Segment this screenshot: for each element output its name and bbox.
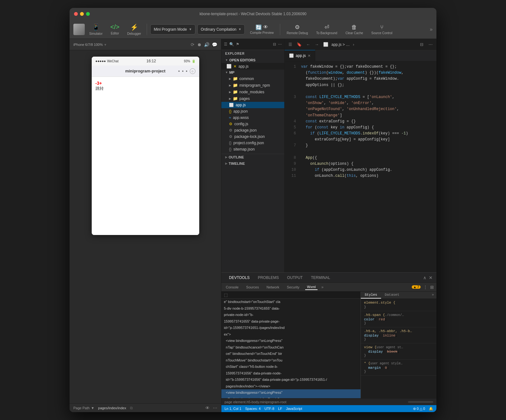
ellipsis-icon[interactable]: ⋯ <box>278 42 282 46</box>
style-rule-selector-4: * {user agent style… <box>364 361 433 365</box>
rotate-icon[interactable]: ⟳ <box>191 42 194 47</box>
to-background-button[interactable]: ⏎ To Background <box>313 22 341 36</box>
phone-link[interactable]: 跳转 <box>96 86 195 91</box>
user-avatar[interactable] <box>73 24 85 35</box>
console-line-13: pages/index/index">-</view> <box>221 383 361 390</box>
clear-cache-icon: 🗑 <box>351 24 357 31</box>
folder-node-modules[interactable]: ▶ 📁 node_modules <box>221 89 284 95</box>
minimize-button[interactable] <box>80 12 84 16</box>
page-path-label: Page Path <box>73 406 89 410</box>
device-icons: ⟳ ⏺ 🔊 💬 <box>191 42 217 47</box>
devtools-settings-icon[interactable]: ⊞ <box>430 285 434 290</box>
eye-icon: 👁 <box>263 24 268 30</box>
record-icon[interactable]: ⏺ <box>197 42 201 47</box>
tab-output[interactable]: OUTPUT <box>283 274 306 281</box>
page-path-item[interactable]: Page Path ▼ <box>73 406 94 410</box>
editor-more-icon[interactable]: ⋯ <box>427 41 434 47</box>
tab-terminal[interactable]: TERMINAL <box>307 274 334 281</box>
tab-devtools[interactable]: DEVTOOLS <box>225 274 253 281</box>
window-title: kbone-template-preact - WeChat Devtools … <box>200 12 306 16</box>
compilation-dropdown[interactable]: Ordinary Compilation ▼ <box>197 24 245 34</box>
debugger-button[interactable]: ⚡ Debugger <box>125 22 144 37</box>
simulator-button[interactable]: 📱 Simulator <box>87 22 105 37</box>
maximize-button[interactable] <box>86 12 90 16</box>
sub-tab-sources[interactable]: Sources <box>244 285 261 290</box>
tab-problems[interactable]: PROBLEMS <box>254 274 283 281</box>
zoom-arrow[interactable]: ▼ <box>104 43 107 46</box>
breadcrumb-arrow: › <box>352 41 355 47</box>
styles-tab-dataset[interactable]: Dataset <box>381 292 403 299</box>
refresh-icon: 🔄 <box>256 24 262 30</box>
eye-status-icon[interactable]: 👁 <box>205 405 210 411</box>
file-app-wxss[interactable]: ≈ app.wxss <box>221 114 284 121</box>
file-app-json[interactable]: {} app.json <box>221 108 284 114</box>
file-js-breadcrumb-icon: ⬜ <box>322 41 330 47</box>
scrollbar-thumb[interactable] <box>408 401 433 403</box>
phone-counter[interactable]: -3+ <box>96 81 195 86</box>
editor-button[interactable]: </> Editor <box>107 22 123 36</box>
split-icon[interactable]: ⊟ <box>273 42 276 46</box>
toolbar-spacer: » <box>430 27 433 32</box>
status-encoding: UTF-8 <box>264 407 274 411</box>
file-config-js[interactable]: ⚙ config.js <box>221 121 284 127</box>
editor-top-toolbar: ☰ 🔖 ← → ⬜ app.js > … › ⊟ ⋯ <box>285 39 436 50</box>
console-line-12: id="b-1599573741656" data-private-page-i… <box>221 376 361 383</box>
open-editors-section[interactable]: ▼ OPEN EDITORS <box>221 57 284 63</box>
page-path-arrow: ▼ <box>91 406 94 410</box>
sub-tab-security[interactable]: Security <box>285 285 301 290</box>
devtools-menu-icon[interactable]: ⋮ <box>423 285 428 290</box>
file-project-config-json[interactable]: {} project.config.json <box>221 140 284 146</box>
window-controls <box>74 12 90 16</box>
styles-more-button[interactable]: » <box>429 292 436 299</box>
compile-preview-button[interactable]: 🔄 👁 Compile Preview <box>247 23 277 36</box>
forward-icon[interactable]: → <box>313 41 320 47</box>
copy-icon[interactable]: ⧉ <box>130 406 133 410</box>
volume-icon[interactable]: 🔊 <box>204 42 209 47</box>
app-js-file-icon: ⬜ <box>229 103 234 107</box>
close-button[interactable] <box>74 12 78 16</box>
remote-debug-button[interactable]: ⚙ Remote Debug <box>283 22 311 36</box>
compile-preview-icons: 🔄 👁 <box>256 24 268 30</box>
back-icon[interactable]: ← <box>305 41 312 47</box>
source-control-button[interactable]: ⑂ Source Control <box>368 23 396 36</box>
devtools-collapse-icon[interactable]: ∧ <box>423 275 426 280</box>
hamburger-icon[interactable]: ☰ <box>287 41 293 47</box>
code-content[interactable]: var fakeWindow = {};var fakeDocument = {… <box>297 61 436 272</box>
chat-icon[interactable]: 💬 <box>212 42 217 47</box>
file-package-lock-json[interactable]: ⚙ package-lock.json <box>221 133 284 140</box>
file-app-js[interactable]: ⬜ app.js <box>221 102 284 108</box>
style-rule-selector-0: element.style { <box>364 301 433 305</box>
tab-app-js[interactable]: ⬜ app.js ✕ <box>285 50 315 61</box>
split-editor-icon[interactable]: ⊟ <box>419 41 425 47</box>
styles-tab-styles[interactable]: Styles <box>361 292 381 299</box>
devtools-footer-text: page element.h5-body.miniprogram-root <box>225 400 286 404</box>
search-icon[interactable]: 🔍 <box>229 42 234 46</box>
folder-common[interactable]: ▶ 📁 common <box>221 75 284 82</box>
tab-close-button[interactable]: ✕ <box>308 54 311 58</box>
filter-icon[interactable]: ⚑ <box>236 42 239 46</box>
outline-section[interactable]: ▶ OUTLINE <box>221 154 284 160</box>
more-status-icon[interactable]: ⋯ <box>213 405 217 411</box>
devtools-close-icon[interactable]: ✕ <box>429 275 433 280</box>
bell-icon[interactable]: 🔔 <box>429 407 433 411</box>
bookmark-icon[interactable]: 🔖 <box>295 41 303 47</box>
package-json-icon: ⚙ <box>229 128 232 133</box>
clear-cache-button[interactable]: 🗑 Clear Cache <box>342 23 366 36</box>
timeline-section[interactable]: ▶ TIMELINE <box>221 160 284 167</box>
more-button[interactable]: » <box>430 27 433 32</box>
list-icon[interactable]: ☰ <box>224 42 227 46</box>
sub-tab-more[interactable]: » <box>321 285 324 289</box>
folder-pages[interactable]: ▶ 📁 pages <box>221 95 284 102</box>
file-sitemap-json[interactable]: {} sitemap.json <box>221 146 284 152</box>
mp-section[interactable]: ▼ MP <box>221 70 284 75</box>
inspect-icon[interactable]: ⬚ <box>224 293 228 297</box>
mode-dropdown[interactable]: Mini Program Mode ▼ <box>150 24 195 34</box>
sub-tab-console[interactable]: Console <box>224 285 240 290</box>
file-package-json[interactable]: ⚙ package.json <box>221 127 284 133</box>
folder-miniprogram-npm[interactable]: ▶ 📁 miniprogram_npm <box>221 82 284 89</box>
sub-tab-network[interactable]: Network <box>265 285 281 290</box>
sub-tab-wxml[interactable]: Wxml <box>305 284 318 290</box>
open-file-app-js[interactable]: ⬜ ✕ app.js <box>221 63 284 70</box>
console-line-0: e" bindtouchstart="onTouchStart" cla <box>221 299 361 305</box>
devtools-panel: DEVTOOLS PROBLEMS OUTPUT TERMINAL ∧ ✕ Co… <box>221 272 436 405</box>
